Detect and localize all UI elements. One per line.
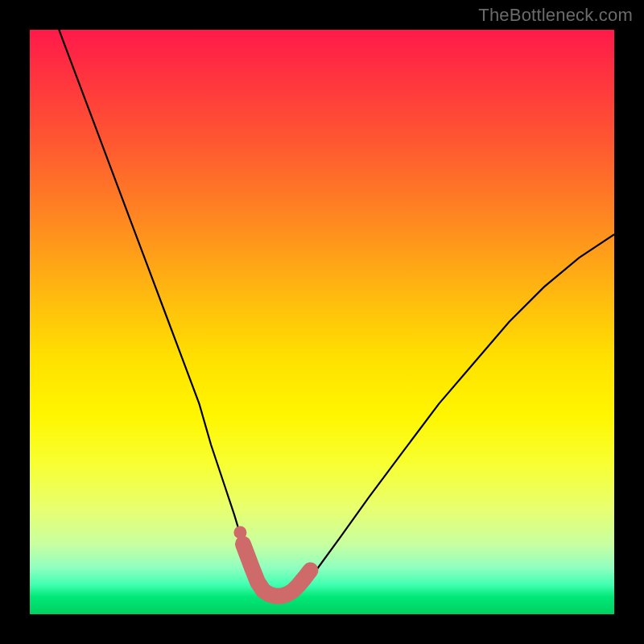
bottleneck-curve: [59, 30, 614, 597]
curve-layer: [30, 30, 614, 614]
plot-area: [30, 30, 614, 614]
bottleneck-min-marker: [243, 544, 311, 597]
chart-frame: TheBottleneck.com: [0, 0, 644, 644]
watermark-text: TheBottleneck.com: [478, 5, 633, 26]
bottleneck-min-dot: [233, 526, 246, 539]
